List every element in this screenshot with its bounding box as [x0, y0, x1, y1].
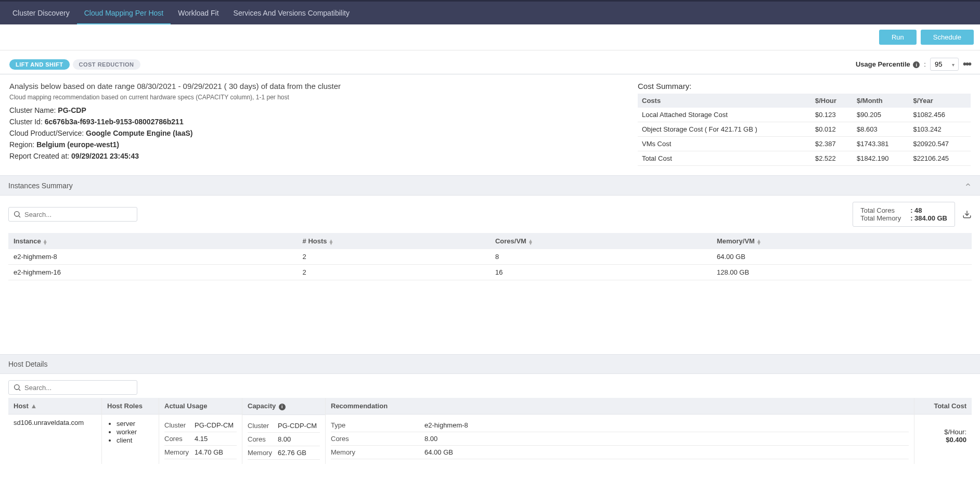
usage-percentile-label: Usage Percentile i	[856, 60, 920, 69]
kv-row: Memory62.76 GB	[248, 446, 320, 460]
more-menu-icon[interactable]: •••	[963, 58, 971, 70]
report-created: Report Created at: 09/29/2021 23:45:43	[9, 152, 617, 160]
table-row: Object Storage Cost ( For 421.71 GB )$0.…	[638, 122, 971, 137]
instances-table: Instance▲▼ # Hosts▲▼ Cores/VM▲▼ Memory/V…	[8, 233, 972, 280]
analysis-title: Analysis below based on date range 08/30…	[9, 82, 617, 90]
svg-point-0	[15, 212, 19, 216]
table-row: Total Cost$2.522$1842.190$22106.245	[638, 151, 971, 166]
table-row: e2-highmem-16216128.00 GB	[8, 265, 972, 280]
svg-line-1	[19, 216, 20, 217]
kv-row: ClusterPG-CDP-CM	[164, 419, 237, 432]
col-recommendation: Recommendation	[326, 398, 914, 415]
host-search[interactable]	[8, 380, 137, 395]
search-icon	[13, 383, 21, 392]
host-name: sd106.unraveldata.com	[8, 415, 101, 431]
tab-workload-fit[interactable]: Workload Fit	[171, 2, 226, 24]
col-capacity: Capacity i	[242, 398, 325, 415]
pill-lift-and-shift[interactable]: LIFT AND SHIFT	[9, 59, 70, 70]
cost-hour-value: $0.400	[920, 436, 966, 444]
info-icon[interactable]: i	[279, 404, 286, 410]
kv-row: Cores8.00	[331, 432, 909, 446]
tab-cloud-mapping[interactable]: Cloud Mapping Per Host	[77, 2, 171, 24]
table-row: VMs Cost$2.387$1743.381$20920.547	[638, 137, 971, 151]
instances-search-input[interactable]	[24, 211, 133, 218]
col-instance[interactable]: Instance▲▼	[8, 233, 298, 249]
cluster-id: Cluster Id: 6c676b3a-f693-11eb-9153-0800…	[9, 118, 617, 126]
run-button[interactable]: Run	[879, 30, 917, 45]
kv-row: Typee2-highmem-8	[331, 419, 909, 432]
analysis-subtitle: Cloud mapping recommendation based on cu…	[9, 94, 617, 101]
table-row: e2-highmem-82864.00 GB	[8, 249, 972, 265]
schedule-button[interactable]: Schedule	[921, 30, 974, 45]
kv-row: Memory14.70 GB	[164, 446, 237, 459]
instances-search[interactable]	[8, 207, 137, 222]
host-search-input[interactable]	[24, 384, 133, 392]
cloud-product: Cloud Product/Service: Google Compute En…	[9, 129, 617, 137]
col-host-roles: Host Roles	[102, 398, 159, 415]
usage-percentile-select[interactable]: 95	[930, 58, 959, 71]
tab-cluster-discovery[interactable]: Cluster Discovery	[5, 2, 77, 24]
kv-row: ClusterPG-CDP-CM	[248, 419, 320, 433]
cluster-name: Cluster Name: PG-CDP	[9, 106, 617, 114]
col-memory[interactable]: Memory/VM▲▼	[712, 233, 972, 249]
cost-summary: Cost Summary: Costs $/Hour $/Month $/Yea…	[638, 82, 971, 166]
svg-line-4	[19, 389, 20, 391]
export-icon[interactable]	[962, 210, 972, 219]
svg-point-3	[15, 385, 19, 390]
kv-row: Memory64.00 GB	[331, 446, 909, 459]
mode-pill-row: LIFT AND SHIFT COST REDUCTION Usage Perc…	[0, 50, 980, 74]
host-roles-list: server worker client	[107, 420, 153, 444]
tab-services-compat[interactable]: Services And Versions Compatibility	[226, 2, 357, 24]
col-hosts[interactable]: # Hosts▲▼	[298, 233, 490, 249]
col-actual-usage: Actual Usage	[159, 398, 242, 415]
cost-summary-title: Cost Summary:	[638, 82, 971, 90]
instances-summary-header: Instances Summary	[0, 175, 980, 196]
host-details-table: Host ▲ sd106.unraveldata.com Host Roles …	[8, 398, 972, 464]
table-row: Local Attached Storage Cost$0.123$90.205…	[638, 108, 971, 122]
kv-row: Cores8.00	[248, 433, 320, 446]
region: Region: Belgium (europe-west1)	[9, 140, 617, 149]
kv-row: Cores4.15	[164, 432, 237, 446]
cost-hour-label: $/Hour:	[920, 428, 966, 436]
nav-tabs: Cluster Discovery Cloud Mapping Per Host…	[0, 2, 980, 24]
action-bar: Run Schedule	[0, 24, 980, 50]
cost-summary-table: Costs $/Hour $/Month $/Year Local Attach…	[638, 94, 971, 166]
info-icon[interactable]: i	[913, 61, 920, 68]
col-total-cost: Total Cost	[914, 398, 972, 415]
analysis-info: Analysis below based on date range 08/30…	[9, 82, 617, 166]
col-cores[interactable]: Cores/VM▲▼	[490, 233, 712, 249]
col-host[interactable]: Host ▲	[8, 398, 101, 415]
search-icon	[13, 210, 21, 218]
pill-cost-reduction[interactable]: COST REDUCTION	[73, 59, 140, 70]
totals-box: Total Cores: 48 Total Memory: 384.00 GB	[853, 202, 955, 227]
collapse-icon[interactable]	[964, 181, 972, 190]
host-details-header: Host Details	[0, 354, 980, 374]
